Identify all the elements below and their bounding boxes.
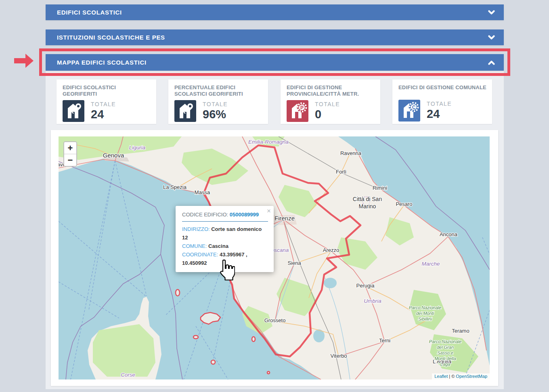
popup-code-label: CODICE EDIFICIO: (182, 212, 230, 218)
stat-title: EDIFICI SCOLASTICI GEORIFERITI (63, 84, 151, 98)
svg-text:P: P (300, 105, 304, 110)
stat-total-label: TOTALE (203, 101, 228, 107)
map-popup: × CODICE EDIFICIO: 0500089999 INDIRIZZO:… (176, 206, 274, 272)
popup-row-value: Cascina (208, 243, 228, 249)
map-label: Massa (195, 189, 210, 195)
stat-title: EDIFICI DI GESTIONE COMUNALE (398, 84, 486, 97)
accordion-label: ISTITUZIONI SCOLASTICHE E PES (57, 34, 165, 41)
map-label: Siena (287, 260, 301, 266)
stat-title: EDIFICI DI GESTIONE PROVINCIALE/CITTÀ ME… (287, 84, 375, 98)
stat-value: 0 (315, 108, 340, 121)
annotation-arrow-icon (14, 54, 34, 69)
attribution-separator: | © (448, 374, 456, 379)
stat-value: 96% (203, 108, 228, 121)
building-geo-icon (63, 100, 84, 122)
building-geo-icon (174, 100, 196, 122)
map-label: Ravenna (340, 150, 362, 156)
chevron-down-icon (488, 10, 495, 15)
accordion-edifici-scolastici[interactable]: EDIFICI SCOLASTICI (46, 4, 504, 20)
popup-row-coordinate: COORDINATE: 43.395967 , 10.450992 (182, 250, 268, 267)
map-label: Genova (103, 152, 124, 159)
map-label: Grosseto (264, 317, 286, 323)
map-label: dei Monti (416, 311, 434, 316)
stat-total-label: TOTALE (427, 101, 452, 107)
stat-total-label: TOTALE (91, 101, 116, 107)
basemap-tiles: GenovaSavonaLiguriaEmilia-RomagnaLa Spez… (59, 136, 490, 379)
map-label: Parco Nazionale (409, 305, 442, 310)
stat-title: PERCENTUALE EDIFICI SCOLASTICI GEORIFERI… (174, 84, 262, 98)
map-label: Sibillini (418, 317, 432, 321)
accordion-istituzioni-scolastiche[interactable]: ISTITUZIONI SCOLASTICHE E PES (46, 29, 504, 45)
svg-text:C: C (412, 105, 416, 110)
map-label: Umbria (364, 298, 381, 304)
map-label: Firenze (274, 215, 295, 222)
building-gear-p-icon: P (287, 100, 308, 122)
map-label: Teramo (452, 328, 469, 334)
openstreetmap-link[interactable]: OpenStreetMap (456, 374, 487, 379)
stat-total-label: TOTALE (315, 101, 340, 107)
map-label: Monti della (434, 356, 456, 361)
accordion-label: MAPPA EDIFICI SCOLASTICI (57, 59, 147, 66)
map-label: del Gran (437, 345, 454, 350)
map-label: Sasso e (437, 350, 453, 355)
popup-code-link[interactable]: 0500089999 (230, 212, 259, 218)
dashboard-page: EDIFICI SCOLASTICI ISTITUZIONI SCOLASTIC… (0, 0, 549, 392)
accordion-label: EDIFICI SCOLASTICI (57, 9, 122, 16)
map-zoom-control: + − (63, 141, 77, 167)
map-label: Laga (440, 362, 450, 367)
leaflet-link[interactable]: Leaflet (434, 374, 448, 379)
map-label: Pesaro (396, 201, 412, 207)
chevron-up-icon (488, 60, 495, 65)
close-icon[interactable]: × (267, 208, 271, 214)
stat-card-gestione-provinciale: EDIFICI DI GESTIONE PROVINCIALE/CITTÀ ME… (281, 80, 380, 124)
building-gear-c-icon: C (398, 100, 420, 122)
map-label: La Spezia (163, 184, 187, 190)
popup-row-label: COORDINATE: (182, 252, 220, 258)
stat-value: 24 (91, 108, 116, 121)
map-label: Emilia-Romagna (248, 139, 289, 145)
popup-code-row: CODICE EDIFICIO: 0500089999 (182, 212, 268, 218)
map-label: Liguria (129, 145, 146, 151)
popup-row-comune: COMUNE: Cascina (182, 242, 268, 250)
map-label: Corse (121, 372, 135, 378)
leaflet-map[interactable]: GenovaSavonaLiguriaEmilia-RomagnaLa Spez… (59, 136, 490, 379)
map-label: Marino (359, 203, 376, 210)
popup-row-label: COMUNE: (182, 243, 208, 249)
popup-tail (221, 271, 229, 279)
popup-divider (182, 221, 268, 222)
zoom-in-button[interactable]: + (64, 142, 76, 154)
map-label: Marche (421, 261, 440, 267)
stat-value: 24 (427, 107, 452, 121)
popup-row-label: INDIRIZZO: (182, 226, 211, 232)
map-label: Arezzo (323, 247, 339, 253)
map-label: Forlì (336, 169, 346, 175)
accordion-mappa-edifici-scolastici[interactable]: MAPPA EDIFICI SCOLASTICI (46, 54, 504, 71)
zoom-out-button[interactable]: − (64, 154, 76, 166)
stat-card-gestione-comunale: EDIFICI DI GESTIONE COMUNALE C TOTALE 24 (392, 80, 492, 124)
popup-row-indirizzo: INDIRIZZO: Corte san domenico 12 (182, 225, 268, 242)
chevron-down-icon (488, 35, 495, 40)
stat-card-georiferiti: EDIFICI SCOLASTICI GEORIFERITI TOTALE 24 (57, 80, 156, 124)
map-card: GenovaSavonaLiguriaEmilia-RomagnaLa Spez… (51, 130, 498, 386)
map-label: Ancona (440, 231, 458, 237)
map-label: Rimini (373, 185, 387, 191)
map-label: Città di San (353, 196, 382, 202)
map-label: Perugia (356, 283, 375, 289)
map-label: Parco Nazionale (429, 339, 462, 344)
map-label: Viterbo (331, 353, 347, 359)
map-label: Terni (379, 337, 390, 344)
map-attribution: Leaflet | © OpenStreetMap (432, 373, 490, 379)
stat-card-percentuale-georiferiti: PERCENTUALE EDIFICI SCOLASTICI GEORIFERI… (168, 80, 268, 124)
